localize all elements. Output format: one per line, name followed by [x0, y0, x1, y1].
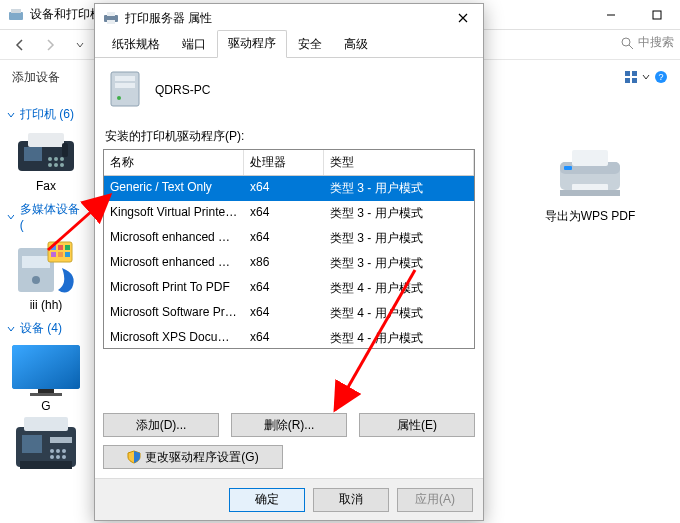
svg-rect-57 — [115, 76, 135, 81]
mfp-device-icon[interactable] — [10, 413, 82, 473]
driver-properties-button[interactable]: 属性(E) — [359, 413, 475, 437]
category-sidebar: 打印机 (6) Fax 多媒体设备 ( iii (hh) 设备 ( — [0, 94, 92, 523]
printers-group-header[interactable]: 打印机 (6) — [6, 106, 86, 123]
driver-processor: x86 — [244, 253, 324, 274]
svg-rect-30 — [58, 252, 63, 257]
wps-printer-item[interactable]: 导出为WPS PDF — [530, 144, 650, 225]
printer-icon — [103, 10, 119, 26]
remove-driver-button[interactable]: 删除(R)... — [231, 413, 347, 437]
add-driver-button[interactable]: 添加(D)... — [103, 413, 219, 437]
svg-rect-1 — [11, 9, 21, 13]
drivers-table[interactable]: 名称 处理器 类型 Generic / Text Onlyx64类型 3 - 用… — [103, 149, 475, 349]
svg-rect-34 — [38, 389, 54, 393]
help-icon[interactable]: ? — [654, 70, 668, 84]
tab-security[interactable]: 安全 — [287, 31, 333, 58]
devices-group-header[interactable]: 设备 (4) — [6, 320, 86, 337]
col-processor[interactable]: 处理器 — [244, 150, 324, 175]
driver-processor: x64 — [244, 203, 324, 224]
back-button[interactable] — [8, 33, 32, 57]
table-header: 名称 处理器 类型 — [104, 150, 474, 176]
monitor-label[interactable]: G — [6, 399, 86, 413]
svg-point-59 — [117, 96, 121, 100]
svg-rect-49 — [572, 150, 608, 166]
svg-point-17 — [54, 157, 58, 161]
svg-rect-52 — [560, 190, 620, 196]
svg-rect-3 — [653, 11, 661, 19]
media-group-header[interactable]: 多媒体设备 ( — [6, 201, 86, 232]
dialog-title-text: 打印服务器 属性 — [125, 10, 212, 27]
col-type[interactable]: 类型 — [324, 150, 474, 175]
svg-rect-54 — [107, 12, 115, 16]
devices-group-label: 设备 (4) — [20, 320, 62, 337]
table-row[interactable]: Generic / Text Onlyx64类型 3 - 用户模式 — [104, 176, 474, 201]
driver-type: 类型 3 - 用户模式 — [324, 178, 474, 199]
ok-button[interactable]: 确定 — [229, 488, 305, 512]
table-row[interactable]: Microsoft XPS Docume...x64类型 4 - 用户模式 — [104, 326, 474, 349]
wps-printer-label: 导出为WPS PDF — [530, 208, 650, 225]
driver-name: Kingsoft Virtual Printer ... — [104, 203, 244, 224]
dialog-titlebar: 打印服务器 属性 — [95, 4, 483, 32]
fax-label[interactable]: Fax — [6, 179, 86, 193]
tab-forms[interactable]: 纸张规格 — [101, 31, 171, 58]
svg-rect-14 — [24, 147, 42, 161]
svg-rect-13 — [28, 133, 64, 147]
minimize-button[interactable] — [588, 0, 634, 30]
history-dropdown[interactable] — [68, 33, 92, 57]
media-label[interactable]: iii (hh) — [6, 298, 86, 312]
server-row: QDRS-PC — [103, 64, 475, 124]
svg-rect-39 — [50, 437, 72, 443]
change-driver-settings-button[interactable]: 更改驱动程序设置(G) — [103, 445, 283, 469]
forward-button[interactable] — [38, 33, 62, 57]
col-name[interactable]: 名称 — [104, 150, 244, 175]
change-driver-settings-label: 更改驱动程序设置(G) — [145, 449, 258, 466]
print-server-properties-dialog: 打印服务器 属性 纸张规格 端口 驱动程序 安全 高级 QDRS-PC 安装的打… — [94, 3, 484, 521]
apply-button[interactable]: 应用(A) — [397, 488, 473, 512]
table-row[interactable]: Kingsoft Virtual Printer ...x64类型 3 - 用户… — [104, 201, 474, 226]
driver-processor: x64 — [244, 278, 324, 299]
maximize-button[interactable] — [634, 0, 680, 30]
media-device-icon[interactable] — [14, 238, 78, 296]
svg-rect-35 — [30, 393, 62, 396]
driver-buttons-row: 添加(D)... 删除(R)... 属性(E) — [103, 413, 475, 437]
tab-advanced[interactable]: 高级 — [333, 31, 379, 58]
printers-group-label: 打印机 (6) — [20, 106, 74, 123]
driver-processor: x64 — [244, 178, 324, 199]
svg-line-5 — [629, 45, 633, 49]
svg-rect-28 — [65, 245, 70, 250]
add-device-link[interactable]: 添加设备 — [12, 69, 60, 86]
fax-device-icon[interactable] — [14, 129, 78, 177]
monitor-device-icon[interactable] — [10, 343, 82, 397]
table-row[interactable]: Microsoft enhanced Poi...x64类型 3 - 用户模式 — [104, 226, 474, 251]
svg-point-21 — [60, 163, 64, 167]
driver-type: 类型 3 - 用户模式 — [324, 228, 474, 249]
svg-rect-58 — [115, 83, 135, 88]
driver-name: Microsoft enhanced Poi... — [104, 253, 244, 274]
driver-type: 类型 4 - 用户模式 — [324, 303, 474, 324]
svg-point-19 — [48, 163, 52, 167]
svg-point-20 — [54, 163, 58, 167]
driver-name: Microsoft enhanced Poi... — [104, 228, 244, 249]
svg-rect-33 — [12, 345, 80, 389]
view-options[interactable]: ? — [624, 70, 668, 84]
table-row[interactable]: Microsoft Software Prin...x64类型 4 - 用户模式 — [104, 301, 474, 326]
tab-drivers[interactable]: 驱动程序 — [217, 30, 287, 58]
svg-rect-31 — [65, 252, 70, 257]
svg-rect-15 — [62, 143, 68, 157]
dialog-footer: 确定 取消 应用(A) — [95, 478, 483, 520]
server-icon — [107, 70, 143, 110]
driver-processor: x64 — [244, 328, 324, 349]
svg-rect-0 — [9, 12, 23, 20]
search-hint-area[interactable]: 中搜索 — [620, 34, 674, 51]
chevron-down-icon — [6, 110, 16, 120]
svg-point-40 — [50, 449, 54, 453]
svg-rect-55 — [107, 20, 115, 24]
media-group-label: 多媒体设备 ( — [20, 201, 86, 232]
table-row[interactable]: Microsoft enhanced Poi...x86类型 3 - 用户模式 — [104, 251, 474, 276]
svg-rect-37 — [24, 417, 68, 431]
tab-ports[interactable]: 端口 — [171, 31, 217, 58]
cancel-button[interactable]: 取消 — [313, 488, 389, 512]
table-row[interactable]: Microsoft Print To PDFx64类型 4 - 用户模式 — [104, 276, 474, 301]
close-button[interactable] — [443, 4, 483, 32]
svg-rect-23 — [22, 256, 50, 268]
svg-point-45 — [62, 455, 66, 459]
